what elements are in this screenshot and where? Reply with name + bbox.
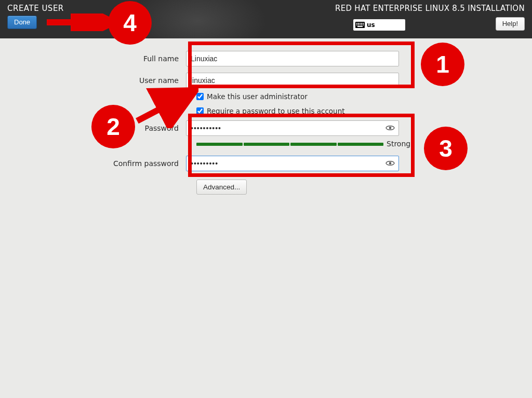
advanced-button[interactable]: Advanced... bbox=[196, 180, 247, 195]
make-admin-label: Make this user administrator bbox=[207, 92, 308, 101]
svg-rect-6 bbox=[356, 24, 357, 25]
header: CREATE USER Done RED HAT ENTERPRISE LINU… bbox=[0, 0, 532, 38]
svg-rect-8 bbox=[360, 24, 361, 25]
show-password-icon[interactable] bbox=[385, 123, 395, 133]
make-admin-checkbox[interactable] bbox=[196, 93, 204, 100]
svg-rect-11 bbox=[357, 26, 363, 27]
confirm-password-label: Confirm password bbox=[0, 159, 186, 168]
page-title: CREATE USER bbox=[7, 4, 64, 13]
form-area: Full name User name Make this user admin… bbox=[0, 38, 532, 398]
svg-point-13 bbox=[389, 162, 392, 164]
annotation-badge-1: 1 bbox=[421, 43, 464, 86]
svg-point-12 bbox=[389, 127, 392, 129]
svg-rect-1 bbox=[356, 23, 357, 24]
password-strength-label: Strong bbox=[387, 140, 410, 148]
password-input[interactable] bbox=[186, 120, 399, 136]
svg-rect-2 bbox=[358, 23, 359, 24]
password-label: Password bbox=[0, 124, 186, 132]
svg-rect-9 bbox=[361, 24, 362, 25]
annotation-badge-3: 3 bbox=[424, 127, 468, 170]
svg-line-14 bbox=[137, 93, 191, 121]
user-name-label: User name bbox=[0, 76, 186, 85]
user-name-input[interactable] bbox=[186, 73, 399, 88]
svg-rect-7 bbox=[358, 24, 359, 25]
full-name-input[interactable] bbox=[186, 51, 399, 66]
svg-rect-5 bbox=[363, 23, 364, 24]
full-name-label: Full name bbox=[0, 54, 186, 63]
help-button[interactable]: Help! bbox=[496, 17, 525, 31]
svg-rect-3 bbox=[360, 23, 361, 24]
keyboard-icon bbox=[355, 22, 365, 28]
show-confirm-password-icon[interactable] bbox=[385, 159, 395, 169]
keyboard-layout-label: us bbox=[367, 21, 375, 29]
done-button[interactable]: Done bbox=[7, 16, 37, 29]
keyboard-layout-indicator[interactable]: us bbox=[353, 19, 405, 31]
svg-rect-10 bbox=[363, 24, 364, 25]
password-strength-bar bbox=[196, 143, 383, 146]
svg-rect-4 bbox=[361, 23, 362, 24]
product-title: RED HAT ENTERPRISE LINUX 8.5 INSTALLATIO… bbox=[335, 4, 525, 13]
confirm-password-input[interactable] bbox=[186, 156, 399, 171]
require-password-checkbox[interactable] bbox=[196, 107, 204, 115]
require-password-label: Require a password to use this account bbox=[207, 107, 345, 115]
